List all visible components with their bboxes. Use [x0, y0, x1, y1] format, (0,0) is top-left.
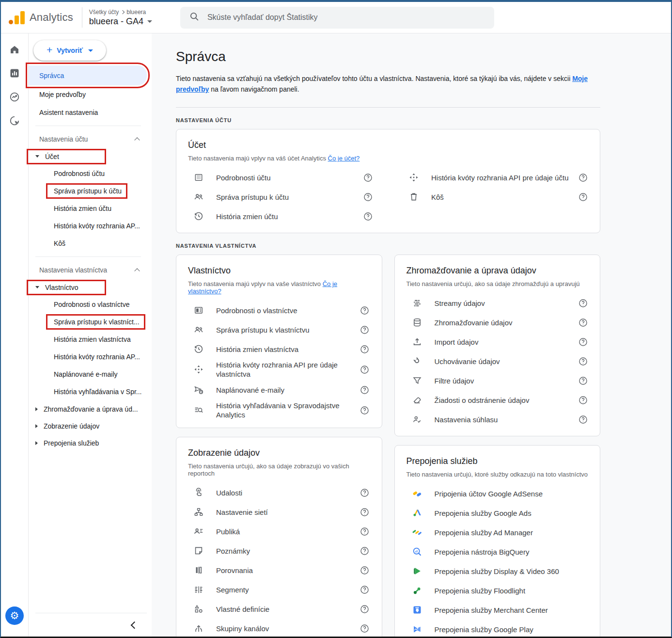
sidebar-subitem[interactable]: Podrobnosti o vlastníctve — [29, 296, 152, 313]
help-icon[interactable] — [359, 364, 370, 375]
help-icon[interactable] — [359, 405, 370, 415]
help-icon[interactable] — [359, 584, 370, 595]
card-item[interactable]: Porovnania — [188, 560, 370, 580]
sidebar-subitem[interactable]: Naplánované e-maily — [29, 366, 152, 383]
help-icon[interactable] — [578, 375, 588, 386]
sidebar-subitem[interactable]: História vyhľadávania v Spr... — [29, 383, 152, 400]
sidebar-item[interactable]: Správca — [29, 65, 147, 85]
sidebar-subitem[interactable]: Správa prístupu k účtu — [29, 182, 152, 200]
card-item[interactable]: Žiadosti o odstránenie údajov — [406, 390, 589, 410]
help-icon[interactable] — [359, 487, 370, 498]
card-item[interactable]: Nastavenie sietí — [188, 502, 370, 522]
sidebar-section-header[interactable]: Nastavenia vlastníctva — [29, 261, 152, 279]
sidebar-subitem[interactable]: História zmien účtu — [29, 200, 152, 217]
help-icon[interactable] — [578, 317, 588, 328]
help-icon[interactable] — [362, 211, 373, 222]
admin-gear-button[interactable]: ⚙ — [5, 606, 24, 625]
help-icon[interactable] — [362, 191, 373, 202]
sidebar-group[interactable]: Zobrazenie údajov — [29, 417, 152, 434]
help-icon[interactable] — [359, 526, 370, 537]
card-item[interactable]: Podrobnosti účtu — [188, 168, 373, 187]
card-item[interactable]: Nastavenia súhlasu — [406, 410, 589, 429]
create-button[interactable]: + Vytvoriť — [33, 40, 106, 61]
help-icon[interactable] — [362, 172, 373, 183]
sidebar-item[interactable]: Asistent nastavenia — [29, 103, 152, 121]
card-item[interactable]: Prepojenia služby Ad Manager — [406, 523, 589, 542]
sidebar-group[interactable]: Účet — [29, 148, 152, 165]
card-item[interactable]: Poznámky — [188, 541, 370, 560]
help-icon[interactable] — [359, 305, 370, 316]
sidebar-group[interactable]: Vlastníctvo — [29, 279, 152, 296]
help-icon[interactable] — [359, 565, 370, 575]
card-item[interactable]: História kvóty rozhrania API pre údaje ú… — [403, 168, 588, 187]
rail-home-icon[interactable] — [8, 43, 21, 56]
sidebar-subitem[interactable]: História kvóty rozhrania AP... — [29, 217, 152, 235]
card-item[interactable]: História kvóty rozhrania API pre údaje v… — [188, 359, 370, 380]
card-item[interactable]: Streamy údajov — [406, 293, 589, 313]
property-switcher[interactable]: blueera - GA4 — [89, 16, 152, 27]
help-icon[interactable] — [359, 545, 370, 556]
sidebar-subitem[interactable]: Podrobnosti účtu — [29, 165, 152, 182]
card-item[interactable]: Udalosti — [188, 483, 370, 502]
section-label: NASTAVENIA VLASTNÍCTVA — [176, 243, 600, 249]
card-item[interactable]: História zmien vlastníctva — [188, 339, 370, 359]
card-item[interactable]: Import údajov — [406, 332, 589, 351]
search-bar[interactable] — [180, 7, 494, 29]
sidebar-section-header[interactable]: Nastavenia účtu — [29, 130, 152, 148]
help-icon[interactable] — [359, 344, 370, 354]
cards-row: ÚčetTieto nastavenia majú vplyv na váš ú… — [176, 129, 600, 233]
sidebar-item[interactable]: Moje predvoľby — [29, 85, 152, 103]
card-item[interactable]: Prepojenia služby Merchant Center — [406, 600, 589, 620]
sidebar-group[interactable]: Zhromažďovanie a úprava úd... — [29, 400, 152, 417]
help-icon[interactable] — [359, 604, 370, 614]
card-item[interactable]: Prepojenia služby Floodlight — [406, 581, 589, 600]
help-icon[interactable] — [578, 298, 588, 308]
card-item[interactable]: Zhromažďovanie údajov — [406, 313, 589, 332]
card-item[interactable]: Prepojenia nástroja BigQuery — [406, 542, 589, 561]
card-item[interactable]: Prepojenia služby Google Ads — [406, 503, 589, 523]
help-icon[interactable] — [578, 356, 588, 367]
card-item[interactable]: Skupiny kanálov — [188, 619, 370, 637]
card-item[interactable]: Vlastné definície — [188, 599, 370, 619]
card-item[interactable]: História vyhľadávania v Spravodajstve An… — [188, 399, 370, 421]
help-icon[interactable] — [359, 324, 370, 335]
card-item[interactable]: História zmien účtu — [188, 207, 373, 226]
card-description-link[interactable]: Čo je účet? — [328, 155, 360, 162]
sidebar-group[interactable]: Prepojenia služieb — [29, 434, 152, 451]
card-item[interactable]: Kôš — [403, 187, 588, 207]
analytics-logo-icon[interactable] — [9, 11, 25, 24]
card-item[interactable]: Pripojenia účtov Google AdSense — [406, 484, 589, 503]
sidebar-subitem[interactable]: Správa prístupu k vlastníct... — [29, 313, 152, 331]
sidebar-subitem[interactable]: História zmien vlastníctva — [29, 331, 152, 348]
card-item[interactable]: Filtre údajov — [406, 371, 589, 390]
help-icon[interactable] — [578, 414, 588, 425]
help-icon[interactable] — [578, 172, 588, 183]
rail-reports-icon[interactable] — [8, 67, 21, 80]
card-item[interactable]: Podrobnosti o vlastníctve — [188, 301, 370, 320]
help-icon[interactable] — [578, 336, 588, 347]
card-item[interactable]: Správa prístupu k vlastníctvu — [188, 320, 370, 339]
card-item-label: Porovnania — [216, 564, 359, 576]
breadcrumb-account-name[interactable]: blueera — [126, 9, 146, 16]
card-item[interactable]: Publiká — [188, 522, 370, 541]
help-icon[interactable] — [359, 507, 370, 517]
card-item[interactable]: Správa prístupu k účtu — [188, 187, 373, 207]
collapse-sidebar-icon[interactable] — [131, 621, 139, 629]
search-input[interactable] — [206, 13, 485, 22]
help-icon[interactable] — [578, 395, 588, 405]
help-icon[interactable] — [359, 623, 370, 634]
topbar: Analytics Všetky účty blueera blueera - … — [1, 2, 671, 33]
help-icon[interactable] — [359, 384, 370, 395]
sidebar-subitem[interactable]: Kôš — [29, 235, 152, 252]
card-item[interactable]: Uchovávanie údajov — [406, 351, 589, 371]
sidebar-subitem[interactable]: História kvóty rozhrania AP... — [29, 348, 152, 366]
card-item[interactable]: Prepojenia služby Display & Video 360 — [406, 561, 589, 581]
breadcrumb[interactable]: Všetky účty blueera — [89, 9, 152, 16]
card-item[interactable]: Naplánované e-maily — [188, 380, 370, 399]
rail-explore-icon[interactable] — [8, 91, 21, 103]
rail-advertising-icon[interactable] — [8, 114, 21, 127]
card-item[interactable]: Segmenty — [188, 580, 370, 599]
card-item[interactable]: Prepojenia služby Google Play — [406, 620, 589, 637]
breadcrumb-all-accounts[interactable]: Všetky účty — [89, 9, 119, 16]
help-icon[interactable] — [578, 191, 588, 202]
